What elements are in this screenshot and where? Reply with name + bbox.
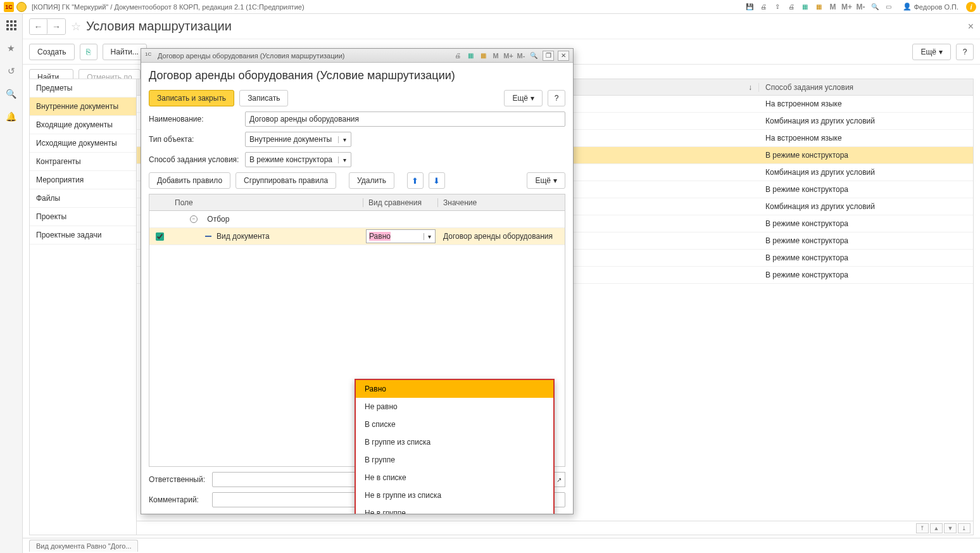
rule-value-cell[interactable]: Договор аренды оборудования	[438, 232, 565, 241]
dropdown-item[interactable]: Не в группе	[356, 504, 553, 514]
rules-root-row[interactable]: − Отбор	[149, 211, 565, 228]
scroll-bottom-button[interactable]: ⤓	[958, 523, 971, 533]
dropdown-item[interactable]: В списке	[356, 416, 553, 433]
memory-m-button[interactable]: M	[828, 2, 838, 12]
rule-row[interactable]: Вид документа Равно ▾ Договор аренды обо…	[149, 228, 565, 245]
save-and-close-button[interactable]: Записать и закрыть	[149, 90, 234, 106]
rules-col-value[interactable]: Значение	[438, 198, 565, 207]
memory-mplus-button[interactable]: M+	[842, 2, 852, 12]
info-icon[interactable]: i	[966, 2, 976, 12]
dialog-close-button[interactable]: ✕	[558, 51, 569, 61]
user-name: Федоров О.П.	[914, 3, 959, 11]
main-header: ← → ☆ Условия маршрутизации ×	[23, 14, 980, 39]
group-rules-button[interactable]: Сгруппировать правила	[236, 172, 336, 189]
calendar-icon[interactable]: ▦	[800, 2, 810, 12]
search-icon[interactable]: 🔍	[5, 87, 18, 100]
compare-dropdown: РавноНе равноВ спискеВ группе из спискаВ…	[355, 379, 555, 514]
memory-mminus-button[interactable]: M-	[856, 2, 866, 12]
move-down-button[interactable]: ⬇	[429, 172, 445, 189]
print2-icon[interactable]: 🖨	[786, 2, 796, 12]
scroll-down-button[interactable]: ▼	[944, 523, 957, 533]
sidebar-item[interactable]: Проекты	[30, 208, 136, 226]
dropdown-item[interactable]: В группе из списка	[356, 433, 553, 451]
dialog-cal2-icon[interactable]: ▦	[478, 51, 488, 61]
dialog-title: Договор аренды оборудования (Условия мар…	[158, 52, 344, 60]
close-page-button[interactable]: ×	[968, 21, 974, 32]
table-col-mode[interactable]: Способ задания условия	[759, 83, 973, 92]
rules-more-button[interactable]: Ещё ▾	[527, 172, 565, 189]
create-button[interactable]: Создать	[29, 44, 75, 60]
dialog-zoom-icon[interactable]: 🔍	[529, 51, 539, 61]
save-button[interactable]: Записать	[239, 90, 288, 106]
nav-forward-button[interactable]: →	[47, 19, 65, 34]
rule-enabled-checkbox[interactable]	[156, 232, 164, 241]
dialog-mplus-button[interactable]: M+	[503, 51, 513, 61]
panels-icon[interactable]: ▭	[884, 2, 894, 12]
sidebar-item[interactable]: Предметы	[30, 79, 136, 98]
app-menu-button[interactable]	[16, 2, 27, 12]
export-icon[interactable]: ⇪	[772, 2, 782, 12]
type-label: Тип объекта:	[149, 135, 240, 144]
user-indicator[interactable]: 👤 Федоров О.П.	[903, 3, 959, 11]
sidebar-item[interactable]: Внутренние документы	[30, 98, 136, 116]
sidebar-item[interactable]: Проектные задачи	[30, 226, 136, 245]
scroll-top-button[interactable]: ⤒	[916, 523, 929, 533]
type-select[interactable]: Внутренние документы ▾	[245, 132, 351, 147]
rules-col-field[interactable]: Поле	[170, 198, 363, 207]
calendar2-icon[interactable]: ▦	[814, 2, 824, 12]
favorite-toggle-icon[interactable]: ☆	[71, 20, 81, 34]
favorites-icon[interactable]: ★	[5, 42, 18, 54]
dropdown-item[interactable]: Равно	[356, 380, 553, 398]
filter-root-label: Отбор	[207, 215, 229, 224]
responsible-label: Ответственный:	[149, 475, 207, 484]
chevron-down-icon: ▾	[338, 156, 351, 163]
table-footer-nav: ⤒ ▲ ▼ ⤓	[137, 521, 973, 535]
dropdown-item[interactable]: Не в группе из списка	[356, 486, 553, 504]
dropdown-item[interactable]: В группе	[356, 451, 553, 469]
sidebar-item[interactable]: Контрагенты	[30, 153, 136, 171]
sidebar-item[interactable]: Мероприятия	[30, 171, 136, 189]
add-rule-button[interactable]: Добавить правило	[149, 172, 230, 189]
dropdown-item[interactable]: Не в списке	[356, 469, 553, 486]
history-icon[interactable]: ↺	[5, 65, 18, 77]
sidebar-item[interactable]: Исходящие документы	[30, 134, 136, 153]
dialog-print-icon[interactable]: 🖨	[453, 51, 463, 61]
scroll-up-button[interactable]: ▲	[930, 523, 943, 533]
compare-value: Равно	[369, 232, 391, 241]
collapse-icon[interactable]: −	[190, 215, 198, 223]
status-bar: Вид документа Равно "Дого...	[23, 538, 980, 553]
app-logo-icon: 1C	[4, 2, 14, 12]
save-icon[interactable]: 💾	[744, 2, 755, 12]
name-input[interactable]: Договор аренды оборудования	[245, 111, 565, 127]
dialog-more-button[interactable]: Ещё ▾	[504, 90, 543, 106]
rules-col-compare[interactable]: Вид сравнения	[363, 198, 438, 207]
sidebar-item[interactable]: Файлы	[30, 189, 136, 208]
apps-grid-icon[interactable]	[5, 19, 18, 32]
move-up-button[interactable]: ⬆	[407, 172, 424, 189]
dialog-cal1-icon[interactable]: ▦	[465, 51, 475, 61]
mode-select[interactable]: В режиме конструктора ▾	[245, 152, 351, 167]
copy-button[interactable]: ⎘	[80, 44, 97, 60]
status-tab[interactable]: Вид документа Равно "Дого...	[29, 540, 138, 552]
sidebar-item[interactable]: Входящие документы	[30, 116, 136, 134]
responsible-open-button[interactable]: ↗	[553, 472, 565, 487]
more-button[interactable]: Ещё ▾	[912, 44, 951, 60]
type-value: Внутренние документы	[246, 135, 338, 144]
dropdown-item[interactable]: Не равно	[356, 398, 553, 416]
zoom-icon[interactable]: 🔍	[870, 2, 880, 12]
mode-label: Способ задания условия:	[149, 155, 240, 164]
dialog-m-button[interactable]: M	[491, 51, 501, 61]
app-titlebar: 1C [КОПИЯ] ГК "Меркурий" / Документообор…	[0, 0, 980, 14]
notifications-icon[interactable]: 🔔	[5, 110, 18, 123]
help-button[interactable]: ?	[956, 44, 974, 60]
dialog-restore-button[interactable]: ❐	[543, 51, 554, 61]
nav-back-button[interactable]: ←	[30, 19, 47, 34]
print-icon[interactable]: 🖨	[758, 2, 769, 12]
subjects-sidebar: ПредметыВнутренние документыВходящие док…	[29, 79, 137, 535]
routing-condition-dialog: 1C Договор аренды оборудования (Условия …	[141, 48, 574, 514]
compare-select[interactable]: Равно ▾	[366, 229, 436, 243]
dialog-help-button[interactable]: ?	[548, 90, 565, 106]
delete-rule-button[interactable]: Удалить	[349, 172, 394, 189]
dialog-titlebar: 1C Договор аренды оборудования (Условия …	[141, 49, 573, 63]
dialog-mminus-button[interactable]: M-	[516, 51, 526, 61]
